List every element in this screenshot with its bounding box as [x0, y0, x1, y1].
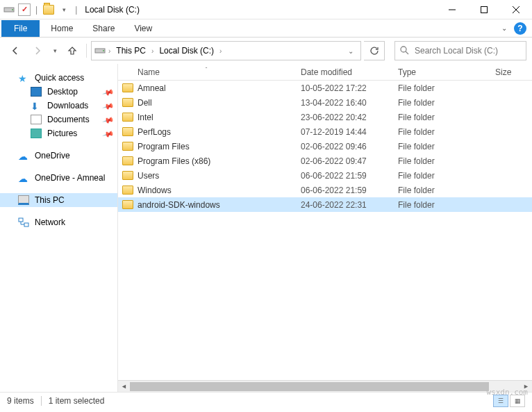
folder-icon — [42, 3, 55, 16]
star-icon: ★ — [18, 73, 29, 83]
file-name: android-SDK-windows — [138, 200, 220, 210]
nav-label: Quick access — [35, 73, 84, 83]
scroll-thumb[interactable] — [130, 382, 489, 391]
svg-point-1 — [12, 9, 13, 10]
status-item-count: 9 items — [7, 396, 34, 406]
column-date[interactable]: Date modified — [295, 67, 392, 77]
nav-label: This PC — [35, 195, 65, 205]
nav-network[interactable]: Network — [0, 215, 117, 229]
qat-dropdown-icon[interactable]: ▾ — [58, 3, 70, 16]
nav-label: OneDrive — [35, 151, 70, 160]
help-icon[interactable]: ? — [514, 22, 526, 35]
file-name: PerfLogs — [138, 127, 171, 137]
minimize-button[interactable] — [436, 0, 468, 19]
horizontal-scrollbar[interactable]: ◄ ► — [118, 380, 532, 392]
separator — [41, 396, 42, 406]
search-input[interactable] — [413, 45, 522, 56]
nav-this-pc[interactable]: This PC — [0, 193, 117, 207]
folder-icon — [122, 127, 133, 136]
svg-rect-10 — [19, 218, 23, 222]
file-row[interactable]: Users 06-06-2022 21:59 File folder — [118, 168, 532, 183]
separator: | — [75, 5, 77, 15]
address-dropdown-icon[interactable]: ⌄ — [344, 47, 358, 55]
column-name[interactable]: Name ˆ — [118, 67, 295, 77]
folder-icon — [122, 171, 133, 180]
nav-quick-item[interactable]: Desktop📌 — [0, 85, 117, 99]
breadcrumb-item[interactable]: Local Disk (C:) — [156, 44, 217, 57]
nav-label: Documents — [47, 115, 90, 124]
file-row[interactable]: Amneal 10-05-2022 17:22 File folder — [118, 81, 532, 95]
svg-line-9 — [406, 51, 408, 54]
nav-label: Network — [35, 217, 65, 227]
ic-desk-icon — [31, 87, 42, 97]
file-rows: Amneal 10-05-2022 17:22 File folder Dell… — [118, 81, 532, 380]
navigation-pane[interactable]: ★ Quick access Desktop📌⬇Downloads📌Docume… — [0, 64, 118, 392]
file-date: 06-06-2022 21:59 — [295, 186, 392, 195]
minimize-ribbon-icon[interactable]: ⌄ — [501, 24, 507, 32]
refresh-button[interactable] — [364, 41, 385, 60]
cloud-icon: ☁ — [18, 151, 29, 160]
breadcrumb-item[interactable]: This PC — [113, 44, 149, 57]
nav-label: Downloads — [47, 101, 88, 110]
folder-icon — [122, 83, 133, 92]
window-title: Local Disk (C:) — [82, 5, 140, 15]
forward-button[interactable] — [28, 41, 47, 60]
chevron-right-icon[interactable]: › — [107, 47, 112, 55]
file-name: Intel — [138, 113, 153, 122]
scroll-track[interactable] — [130, 381, 520, 393]
maximize-button[interactable] — [468, 0, 500, 19]
file-row[interactable]: Intel 23-06-2022 20:42 File folder — [118, 110, 532, 124]
ic-dl-icon: ⬇ — [31, 101, 42, 110]
file-row[interactable]: Dell 13-04-2022 16:40 File folder — [118, 95, 532, 110]
file-row[interactable]: PerfLogs 07-12-2019 14:44 File folder — [118, 124, 532, 139]
tab-view[interactable]: View — [124, 20, 162, 37]
search-icon — [399, 45, 409, 57]
chevron-right-icon[interactable]: › — [150, 47, 155, 55]
watermark: wsxdn.com — [486, 388, 528, 397]
file-name: Windows — [138, 186, 172, 195]
column-type[interactable]: Type — [392, 67, 490, 77]
file-row[interactable]: Windows 06-06-2022 21:59 File folder — [118, 183, 532, 197]
address-bar[interactable]: › This PC › Local Disk (C:) › ⌄ — [91, 41, 361, 60]
nav-quick-item[interactable]: Pictures📌 — [0, 126, 117, 140]
checkbox-icon[interactable]: ✓ — [18, 3, 31, 16]
pin-icon: 📌 — [101, 128, 112, 139]
tab-home[interactable]: Home — [41, 20, 83, 37]
explorer-body: ★ Quick access Desktop📌⬇Downloads📌Docume… — [0, 64, 532, 392]
file-row[interactable]: Program Files (x86) 02-06-2022 09:47 Fil… — [118, 154, 532, 168]
tab-share[interactable]: Share — [83, 20, 124, 37]
ic-pic-icon — [31, 129, 42, 138]
search-box[interactable] — [394, 41, 526, 60]
file-type: File folder — [392, 186, 490, 195]
folder-icon — [122, 113, 133, 122]
scroll-left-button[interactable]: ◄ — [118, 381, 130, 393]
navigation-bar: ▾ › This PC › Local Disk (C:) › ⌄ — [0, 38, 532, 64]
nav-onedrive[interactable]: ☁ OneDrive — [0, 149, 117, 163]
separator — [86, 44, 87, 58]
status-selection: 1 item selected — [49, 396, 105, 406]
file-date: 07-12-2019 14:44 — [295, 127, 392, 137]
file-type: File folder — [392, 98, 490, 108]
recent-locations-button[interactable]: ▾ — [50, 41, 60, 60]
chevron-right-icon[interactable]: › — [218, 47, 223, 55]
ribbon-tabs: File Home Share View ⌄ ? — [0, 19, 532, 38]
nav-quick-item[interactable]: Documents📌 — [0, 113, 117, 126]
pin-icon: 📌 — [101, 114, 112, 125]
up-button[interactable] — [63, 41, 82, 60]
file-row[interactable]: android-SDK-windows 24-06-2022 22:31 Fil… — [118, 197, 532, 212]
folder-icon — [122, 98, 133, 107]
column-size[interactable]: Size — [490, 67, 531, 77]
file-date: 06-06-2022 21:59 — [295, 171, 392, 181]
folder-icon — [122, 186, 133, 195]
close-button[interactable] — [500, 0, 532, 19]
file-date: 24-06-2022 22:31 — [295, 200, 392, 210]
file-tab[interactable]: File — [1, 20, 40, 37]
file-type: File folder — [392, 83, 490, 93]
nav-quick-access[interactable]: ★ Quick access — [0, 71, 117, 85]
nav-quick-item[interactable]: ⬇Downloads📌 — [0, 99, 117, 113]
file-row[interactable]: Program Files 02-06-2022 09:46 File fold… — [118, 139, 532, 154]
window-controls — [436, 0, 532, 19]
nav-onedrive-amneal[interactable]: ☁ OneDrive - Amneal — [0, 171, 117, 185]
back-button[interactable] — [6, 41, 25, 60]
pin-icon: 📌 — [101, 100, 112, 111]
